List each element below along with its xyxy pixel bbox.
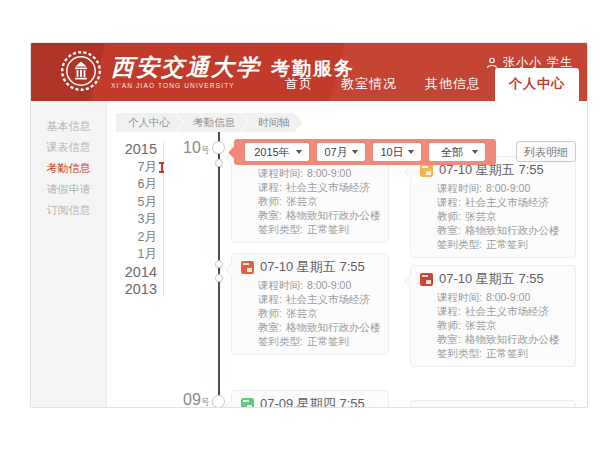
current-month-cursor [159,162,165,173]
university-name-en: XI'AN JIAO TONG UNIVERSITY [111,82,261,89]
field-label: 课程: [437,196,461,208]
card-fields: 课程时间:8:00-9:00课程:社会主义市场经济教师:张芸京教室:格物致知行政… [437,181,565,251]
card-notch [404,166,417,179]
card-field: 教室:格物致知行政办公楼 [437,332,565,346]
card-field: 课程:社会主义市场经济 [437,304,565,318]
field-value: 张芸京 [286,195,318,207]
person-icon [486,57,498,69]
date-nav-item-6月[interactable]: 6月 [107,176,157,194]
card-field: 课程:社会主义市场经济 [258,180,378,194]
card-field: 课程时间:8:00-9:00 [258,278,378,292]
sidebar-item-attendance-info[interactable]: 考勤信息 [31,158,106,179]
card-field: 教师:张芸京 [258,194,378,208]
day-select[interactable]: 10日 [373,143,421,161]
list-detail-button[interactable]: 列表明细 [516,141,576,162]
field-label: 课程时间: [258,167,303,179]
field-value: 张芸京 [465,319,497,331]
field-value: 格物致知行政办公楼 [286,209,381,221]
field-label: 教师: [258,307,282,319]
category-select-value: 全部 [436,145,468,160]
sidebar-item-basic-info[interactable]: 基本信息 [31,116,106,137]
category-select[interactable]: 全部 [429,143,485,161]
field-value: 社会主义市场经济 [465,305,549,317]
date-nav-item-2014[interactable]: 2014 [107,264,157,282]
field-value: 正常签到 [486,238,528,250]
field-label: 教室: [258,321,282,333]
caret-down-icon [472,150,478,154]
breadcrumb: 个人中心考勤信息时间轴 [116,113,303,132]
day-select-value: 10日 [380,145,404,160]
nav-item-home[interactable]: 首页 [271,69,327,101]
card-field: 课程时间:8:00-9:00 [258,166,378,180]
breadcrumb-item-attendance-info[interactable]: 考勤信息 [176,113,248,132]
field-label: 课程: [258,293,282,305]
timeline-node [215,159,223,167]
university-emblem-icon [59,49,103,93]
day-marker-09: 09号 [183,391,210,408]
card-fields: 课程时间:8:00-9:00课程:社会主义市场经济教师:张芸京教室:格物致知行政… [258,166,378,236]
date-nav-item-1月[interactable]: 1月 [107,246,157,264]
date-nav: 20157月6月5月3月2月1月20142013 [107,141,157,299]
card-notch [225,263,238,276]
attendance-card [410,400,576,408]
year-select[interactable]: 2015年 [245,143,309,161]
date-nav-item-3月[interactable]: 3月 [107,211,157,229]
field-label: 签到类型: [258,335,303,347]
card-field: 教室:格物致知行政办公楼 [437,223,565,237]
app-header: 西安交通大学 XI'AN JIAO TONG UNIVERSITY 考勤服务 张… [31,43,587,101]
card-field: 签到类型:正常签到 [437,346,565,360]
field-value: 格物致知行政办公楼 [465,333,560,345]
attendance-card: 07-10 星期五 7:55课程时间:8:00-9:00课程:社会主义市场经济教… [231,253,389,355]
card-fields: 课程时间:8:00-9:00课程:社会主义市场经济教师:张芸京教室:格物致知行政… [437,290,565,360]
sidebar-item-subscription-info[interactable]: 订阅信息 [31,200,106,221]
timeline-node [212,395,225,408]
nav-item-personal-center[interactable]: 个人中心 [495,68,579,101]
university-text: 西安交通大学 XI'AN JIAO TONG UNIVERSITY [111,54,261,89]
field-label: 课程时间: [437,291,482,303]
timeline-node [215,274,223,282]
card-field: 课程:社会主义市场经济 [437,195,565,209]
signin-type-badge-icon [241,398,254,409]
field-label: 教师: [437,210,461,222]
timeline-node [212,141,225,154]
date-nav-item-7月[interactable]: 7月 [107,159,157,177]
field-label: 签到类型: [437,347,482,359]
field-label: 教室: [258,209,282,221]
card-title-row: 07-09 星期四 7:55 [241,397,378,408]
sidebar-item-schedule-info[interactable]: 课表信息 [31,137,106,158]
field-label: 教师: [258,195,282,207]
card-field: 教师:张芸京 [258,306,378,320]
date-nav-item-5月[interactable]: 5月 [107,194,157,212]
main-nav: 首页教室情况其他信息个人中心 [271,68,579,101]
field-value: 社会主义市场经济 [465,196,549,208]
signin-type-badge-icon [420,273,433,286]
content-area: 个人中心考勤信息时间轴 20157月6月5月3月2月1月20142013 10号… [107,101,587,407]
field-value: 8:00-9:00 [486,182,530,194]
date-nav-item-2015[interactable]: 2015 [107,141,157,159]
breadcrumb-item-personal-center[interactable]: 个人中心 [116,113,183,132]
field-label: 课程: [258,181,282,193]
nav-item-other-info[interactable]: 其他信息 [411,69,495,101]
field-value: 格物致知行政办公楼 [286,321,381,333]
attendance-card: 07-10 星期五 7:55课程时间:8:00-9:00课程:社会主义市场经济教… [410,265,576,367]
date-nav-item-2013[interactable]: 2013 [107,281,157,299]
card-field: 签到类型:正常签到 [258,334,378,348]
filter-bar: 2015年 07月 10日 全部 [234,139,496,165]
card-notch [404,275,417,288]
card-title-text: 07-09 星期四 7:55 [260,395,365,408]
caret-down-icon [296,150,302,154]
card-title-row: 07-10 星期五 7:55 [241,260,378,274]
date-nav-item-2月[interactable]: 2月 [107,229,157,247]
sidebar-item-leave-request[interactable]: 请假申请 [31,179,106,200]
caret-down-icon [352,150,358,154]
month-select[interactable]: 07月 [317,143,365,161]
sidebar: 基本信息课表信息考勤信息请假申请订阅信息 [31,101,107,407]
field-label: 教室: [437,224,461,236]
field-label: 课程时间: [437,182,482,194]
breadcrumb-item-timeline[interactable]: 时间轴 [241,113,303,132]
field-value: 格物致知行政办公楼 [465,224,560,236]
day-marker-10: 10号 [183,139,210,157]
nav-item-classroom-status[interactable]: 教室情况 [327,69,411,101]
signin-type-badge-icon [420,164,433,177]
field-value: 张芸京 [286,307,318,319]
